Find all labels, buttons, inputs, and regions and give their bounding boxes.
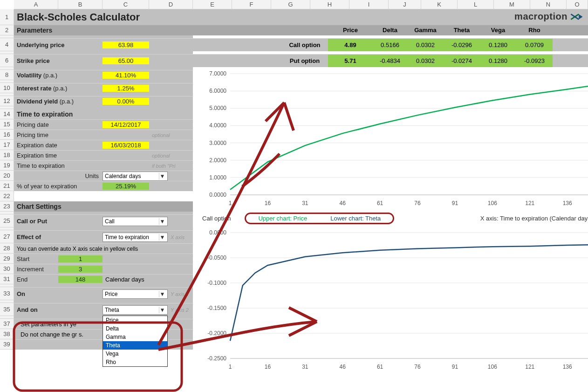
row-exp-date: Expiration date 16/03/2018 — [14, 140, 193, 150]
page-title-row: Black-Scholes Calculator macroption — [14, 9, 588, 25]
chevron-down-icon: ▼ — [159, 218, 165, 225]
col-header-F[interactable]: F — [232, 0, 271, 9]
interest-label-suffix: (p.a.) — [51, 85, 67, 92]
col-header-D[interactable]: D — [149, 0, 193, 9]
row-volatility: Volatility (p.a.) 41.10% — [14, 70, 193, 80]
andon-label: And on — [17, 306, 38, 313]
pricing-date-label: Pricing date — [14, 121, 103, 128]
row-header-33[interactable]: 33 — [0, 287, 14, 300]
caption-xaxis: X axis: Time to expiration (Calendar day… — [480, 215, 588, 222]
col-header-H[interactable]: H — [310, 0, 349, 9]
col-header-A[interactable]: A — [14, 0, 58, 9]
dropdown-option-price[interactable]: Price — [103, 316, 167, 324]
andon-dropdown-list[interactable]: PriceDeltaGammaThetaVegaRho — [103, 316, 168, 367]
row-interest: Interest rate (p.a.) 1.25% — [14, 83, 193, 93]
svg-text:31: 31 — [302, 200, 308, 206]
parameters-header: Parameters — [14, 25, 193, 35]
effect-hint: X axis — [168, 234, 193, 240]
row-header-21[interactable]: 21 — [0, 181, 14, 191]
tte-hint: if both "Pri — [149, 163, 193, 169]
row-header-35[interactable]: 35 — [0, 303, 14, 316]
row-header-22[interactable]: 22 — [0, 191, 14, 201]
dropdown-option-gamma[interactable]: Gamma — [103, 333, 167, 341]
col-header-M[interactable]: M — [494, 0, 530, 9]
effect-value: Time to expiration — [105, 234, 149, 241]
col-header-C[interactable]: C — [103, 0, 149, 9]
row-header-31[interactable]: 31 — [0, 274, 14, 284]
result-cell: -0.0923 — [516, 55, 553, 67]
result-cell: Call option — [281, 39, 328, 51]
row-header-23[interactable]: 23 — [0, 201, 14, 212]
svg-text:5.0000: 5.0000 — [209, 105, 226, 111]
row-exp-time: Expiration time optional — [14, 150, 193, 160]
increment-label: Increment — [14, 266, 58, 273]
row-header-25[interactable]: 25 — [0, 214, 14, 227]
dropdown-option-rho[interactable]: Rho — [103, 358, 167, 366]
row-pct-year: % of year to expiration 25.19% — [14, 181, 193, 191]
row-header-20[interactable]: 20 — [0, 171, 14, 181]
col-header-I[interactable]: I — [349, 0, 389, 9]
andon-hint: Y axis 2 — [168, 307, 193, 313]
dropdown-option-delta[interactable]: Delta — [103, 324, 167, 333]
col-header-J[interactable]: J — [389, 0, 421, 9]
col-header-E[interactable]: E — [193, 0, 232, 9]
row-header-29[interactable]: 29 — [0, 254, 14, 264]
svg-text:91: 91 — [452, 200, 458, 206]
dividend-input[interactable]: 0.00% — [103, 98, 149, 105]
units-dropdown[interactable]: Calendar days ▼ — [103, 172, 168, 181]
result-cell: -0.4834 — [373, 55, 407, 67]
row-header-1[interactable]: 1 — [0, 9, 14, 25]
row-header-10[interactable]: 10 — [0, 83, 14, 93]
row-header-8[interactable]: 8 — [0, 70, 14, 80]
col-header-K[interactable]: K — [421, 0, 458, 9]
exp-date-input[interactable]: 16/03/2018 — [103, 142, 149, 149]
volatility-input[interactable]: 41.10% — [103, 72, 149, 79]
caption-label: Call option — [202, 215, 231, 222]
dropdown-option-vega[interactable]: Vega — [103, 350, 167, 358]
col-header-N[interactable]: N — [530, 0, 567, 9]
row-header-15[interactable]: 15 — [0, 119, 14, 130]
row-header-19[interactable]: 19 — [0, 160, 14, 171]
col-header-O[interactable]: O — [567, 0, 588, 9]
result-cell — [193, 39, 281, 51]
pricing-time-hint: optional — [149, 132, 193, 138]
row-header-16[interactable]: 16 — [0, 130, 14, 140]
pricing-date-input[interactable]: 14/12/2017 — [103, 121, 149, 128]
effect-dropdown[interactable]: Time to expiration ▼ — [103, 233, 168, 242]
interest-input[interactable]: 1.25% — [103, 85, 149, 92]
col-header-L[interactable]: L — [458, 0, 494, 9]
row-header-28[interactable]: 28 — [0, 243, 14, 254]
row-header-12[interactable]: 12 — [0, 96, 14, 106]
row-andon: And on Theta ▼ Y axis 2 PriceDeltaGammaT… — [14, 303, 193, 316]
svg-text:76: 76 — [414, 364, 421, 370]
upper-chart: 0.00001.00002.00003.00004.00005.00006.00… — [193, 69, 588, 209]
andon-dropdown[interactable]: Theta ▼ — [103, 305, 168, 315]
row-header-39[interactable]: 39 — [0, 339, 14, 350]
row-header-18[interactable]: 18 — [0, 150, 14, 160]
note-1-text: Set parameters in ye — [14, 321, 76, 328]
svg-text:106: 106 — [488, 364, 497, 370]
svg-text:1: 1 — [229, 200, 232, 206]
tte-label: Time to expiration — [14, 162, 103, 169]
strike-price-input[interactable]: 65.00 — [103, 57, 149, 64]
svg-text:1.0000: 1.0000 — [209, 174, 226, 181]
row-header-37[interactable]: 37 — [0, 319, 14, 329]
row-header-4[interactable]: 4 — [0, 38, 14, 51]
row-header-30[interactable]: 30 — [0, 264, 14, 274]
row-header-27[interactable]: 27 — [0, 230, 14, 243]
row-underlying-price: Underlying price 63.98 — [14, 38, 193, 51]
row-header-38[interactable]: 38 — [0, 329, 14, 339]
row-header-14[interactable]: 14 — [0, 109, 14, 119]
result-cell: 0.5166 — [373, 39, 407, 51]
underlying-price-input[interactable]: 63.98 — [103, 41, 149, 48]
call-put-dropdown[interactable]: Call ▼ — [103, 217, 168, 226]
col-header-G[interactable]: G — [271, 0, 310, 9]
row-increment: Increment 3 — [14, 264, 193, 274]
on-dropdown[interactable]: Price ▼ — [103, 289, 168, 299]
row-header-17[interactable]: 17 — [0, 140, 14, 150]
row-header-6[interactable]: 6 — [0, 54, 14, 67]
dropdown-option-theta[interactable]: Theta — [103, 341, 167, 350]
row-header-2[interactable]: 2 — [0, 25, 14, 35]
col-header-B[interactable]: B — [58, 0, 103, 9]
chevron-down-icon: ▼ — [159, 307, 165, 313]
